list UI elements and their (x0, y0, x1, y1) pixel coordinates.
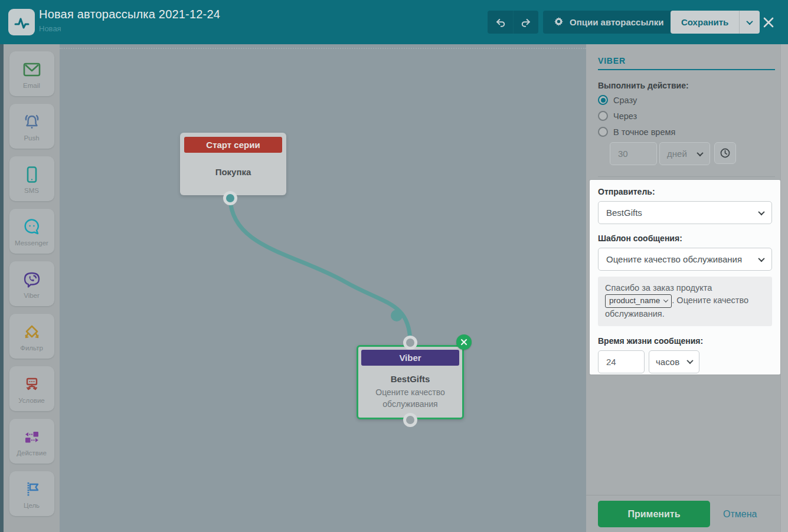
sms-phone-icon (21, 164, 42, 185)
delay-unit-value: дней (667, 149, 687, 159)
connector-port-viber-out[interactable] (403, 413, 417, 427)
cancel-button[interactable]: Отмена (723, 501, 757, 527)
sender-label: Отправитель: (598, 187, 772, 196)
viber-node[interactable]: Viber BestGifts Оцените качество обслужи… (357, 345, 464, 419)
template-select[interactable]: Оцените качество обслуживания (598, 248, 772, 271)
panel-footer: Применить Отмена (586, 495, 780, 532)
save-label: Сохранить (681, 17, 728, 27)
delay-unit-select[interactable]: дней (659, 142, 710, 165)
template-value: Оцените качество обслуживания (606, 254, 742, 264)
viber-node-header: Viber (361, 350, 459, 366)
messenger-chat-icon (21, 216, 42, 238)
filter-diamond-icon (21, 321, 42, 343)
palette-item-sms[interactable]: SMS (9, 156, 54, 201)
start-node-body: Покупка (180, 167, 286, 177)
undo-redo-group (488, 11, 538, 34)
chevron-down-icon (663, 298, 668, 303)
radio-label: Сразу (613, 96, 637, 105)
action-label: Выполнить действие: (598, 81, 689, 90)
palette-item-email[interactable]: Email (9, 51, 54, 96)
panel-title: VIBER (598, 56, 626, 65)
apply-button[interactable]: Применить (598, 501, 710, 527)
product-name-select[interactable]: product_name (605, 294, 672, 308)
chevron-down-icon (758, 208, 764, 215)
section-divider (598, 176, 775, 177)
pulse-icon (12, 13, 31, 32)
palette-item-goal[interactable]: Цель (9, 471, 54, 516)
palette-item-filter[interactable]: Фильтр (9, 314, 54, 359)
app-header: Новая авторассылка 2021-12-24 Новая (0, 0, 788, 44)
radio-input (598, 111, 608, 121)
palette-item-label: SMS (24, 187, 39, 194)
radio-after-delay[interactable]: Через (598, 111, 637, 121)
delay-value-input[interactable] (610, 142, 657, 165)
palette-item-label: Viber (24, 292, 40, 299)
radio-input (598, 95, 608, 105)
flow-canvas[interactable]: Старт серии Покупка Viber BestGifts Оцен… (60, 44, 586, 532)
page-subtitle: Новая (39, 24, 220, 33)
undo-icon (495, 17, 506, 28)
radio-label: Через (613, 111, 637, 121)
page-title: Новая авторассылка 2021-12-24 (39, 8, 220, 21)
preview-text-before: Спасибо за заказ продукта (605, 283, 712, 293)
title-block: Новая авторассылка 2021-12-24 Новая (39, 8, 220, 33)
chevron-down-icon (697, 149, 703, 156)
template-label: Шаблон сообщения: (598, 234, 772, 243)
connector-port-start-out[interactable] (223, 191, 237, 205)
gear-icon (554, 17, 564, 27)
sender-value: BestGifts (606, 208, 642, 218)
chevron-down-icon (758, 255, 764, 261)
close-editor-button[interactable] (759, 13, 778, 32)
clock-icon (720, 147, 731, 159)
undo-button[interactable] (488, 11, 513, 34)
viber-node-subtitle: Оцените качество обслуживания (358, 386, 462, 411)
palette-item-label: Push (24, 134, 39, 142)
redo-icon (520, 17, 532, 28)
radio-exact-time[interactable]: В точное время (598, 127, 675, 137)
ttl-unit-select[interactable]: часов (649, 350, 699, 373)
palette-item-label: Условие (18, 397, 44, 404)
viber-node-title: BestGifts (358, 374, 462, 384)
condition-branch-icon (21, 374, 42, 395)
ttl-unit-value: часов (656, 357, 679, 367)
panel-scrollbar[interactable] (780, 44, 788, 532)
email-icon (21, 59, 42, 80)
palette-item-viber[interactable]: Viber (9, 261, 54, 306)
ttl-value-input[interactable] (598, 350, 645, 373)
palette-item-action[interactable]: Действие (9, 419, 54, 464)
node-palette: Email Push SMS Messenger (4, 44, 60, 532)
radio-label: В точное время (613, 127, 675, 137)
save-button[interactable]: Сохранить (671, 11, 739, 34)
palette-item-label: Фильтр (20, 344, 43, 352)
start-node-header: Старт серии (184, 137, 282, 153)
palette-item-messenger[interactable]: Messenger (9, 209, 54, 254)
palette-item-label: Messenger (15, 239, 48, 247)
message-preview: Спасибо за заказ продукта product_name .… (598, 277, 772, 326)
close-icon (761, 15, 776, 29)
exact-time-button[interactable] (714, 142, 736, 164)
panel-title-rule (598, 69, 775, 70)
start-node[interactable]: Старт серии Покупка (180, 133, 286, 195)
automailing-options-label: Опции авторассылки (570, 17, 664, 27)
save-dropdown-button[interactable] (739, 11, 760, 34)
product-name-value: product_name (609, 295, 660, 307)
palette-item-condition[interactable]: Условие (9, 366, 54, 411)
palette-item-push[interactable]: Push (9, 104, 54, 149)
goal-flag-icon (21, 479, 42, 500)
chevron-down-icon (747, 18, 753, 24)
push-bell-icon (21, 111, 42, 133)
viber-bubble-icon (21, 269, 42, 290)
canvas-drop-guide (60, 48, 586, 49)
redo-button[interactable] (513, 11, 538, 34)
palette-item-label: Email (23, 82, 40, 89)
radio-immediately[interactable]: Сразу (598, 95, 637, 105)
radio-input (598, 127, 608, 137)
connector-port-viber-in[interactable] (403, 336, 417, 350)
chevron-down-icon (686, 357, 693, 364)
delete-node-button[interactable] (456, 334, 472, 350)
connector-line (60, 44, 586, 532)
app-logo (8, 9, 35, 35)
sender-select[interactable]: BestGifts (598, 201, 772, 224)
viber-settings-section: Отправитель: BestGifts Шаблон сообщения:… (590, 180, 780, 375)
automailing-options-button[interactable]: Опции авторассылки (543, 11, 675, 34)
